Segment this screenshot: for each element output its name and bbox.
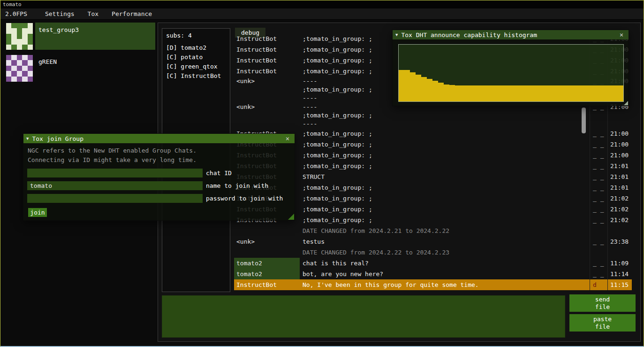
histogram-bar xyxy=(466,85,472,101)
chat-row-time: 21:02 xyxy=(607,193,632,204)
chat-row-text: ;tomato_in_group: ; xyxy=(300,161,581,171)
chat-row-author: InstructBot xyxy=(234,279,300,290)
menu-bar: 2.0FPS SettingsToxPerformance xyxy=(0,8,644,20)
histogram-bar xyxy=(516,85,522,101)
app-window: tomato 2.0FPS SettingsToxPerformance tes… xyxy=(0,0,644,347)
chat-row-flags: _ _ xyxy=(590,102,607,128)
chat-row-text: ;tomato_in_group: ; xyxy=(300,193,581,204)
group-name: test_group3 xyxy=(38,26,79,50)
resize-grip-icon[interactable] xyxy=(288,214,294,220)
chat-row-flags: _ _ xyxy=(590,139,607,150)
chat-row-author: <unk> xyxy=(234,77,300,102)
chat-row-gap xyxy=(581,182,590,193)
histogram-plot[interactable] xyxy=(398,44,624,102)
chat-row-flags: _ _ xyxy=(590,128,607,139)
paste-file-button[interactable]: paste file xyxy=(569,314,636,332)
chat-row-gap xyxy=(581,171,590,182)
chat-row-time: 11:15 xyxy=(607,279,632,290)
chat-row[interactable]: DATE CHANGED from 2024.2.22 to 2024.2.23 xyxy=(234,247,632,258)
resize-grip-icon[interactable] xyxy=(624,101,628,105)
histogram-bar xyxy=(416,75,421,101)
member-item[interactable]: [C] InstructBot xyxy=(162,71,230,81)
chat-row-time: 21:01 xyxy=(607,161,632,171)
chat-row-flags xyxy=(590,225,607,236)
field-label: chat ID xyxy=(206,170,232,177)
chat-row-time xyxy=(607,247,632,258)
chat-row[interactable]: tomato2bot, are you new here?_ _11:14 xyxy=(234,269,632,279)
histogram-bar xyxy=(444,85,449,101)
menu-item-settings[interactable]: Settings xyxy=(38,8,81,20)
chat-row-time: 11:09 xyxy=(607,258,632,269)
menu-item-tox[interactable]: Tox xyxy=(81,8,105,20)
histogram-bar xyxy=(505,85,511,101)
group-avatar xyxy=(6,23,33,50)
join-group-window: ▼ Tox join Group × NGC refers to the New… xyxy=(23,133,295,221)
histogram-bar xyxy=(573,85,578,101)
join-field-row: chat ID xyxy=(27,168,291,177)
member-item[interactable]: [C] potato xyxy=(162,53,230,62)
join-description-line1: NGC refers to the New DHT enabled Group … xyxy=(23,143,295,155)
chat-row-flags: _ _ xyxy=(590,215,607,225)
histogram-bar xyxy=(533,85,539,101)
chat-row-gap xyxy=(581,247,590,258)
chat-row-text: bot, are you new here? xyxy=(300,269,581,279)
join-password-input[interactable] xyxy=(27,194,203,203)
collapse-arrow-icon[interactable]: ▼ xyxy=(395,32,398,37)
window-titlebar[interactable]: tomato xyxy=(0,0,644,8)
chat-row-time: 21:02 xyxy=(607,215,632,225)
chat-row-gap xyxy=(581,161,590,171)
collapse-arrow-icon[interactable]: ▼ xyxy=(26,136,29,141)
join-button[interactable]: join xyxy=(28,208,47,217)
histogram-bar xyxy=(561,85,567,101)
chat-row-gap xyxy=(581,269,590,279)
chat-row-flags: d xyxy=(590,279,607,290)
chat-row-author: InstructBot xyxy=(234,33,300,44)
group-item-test_group3[interactable]: test_group3 xyxy=(4,23,155,50)
histogram-bar xyxy=(432,81,438,101)
close-icon[interactable]: × xyxy=(617,31,626,39)
field-label: name to join with xyxy=(206,182,268,189)
chat-row-time xyxy=(607,225,632,236)
group-item-gREEN[interactable]: gREEN xyxy=(4,54,155,82)
group-avatar xyxy=(6,55,33,82)
chat-row-text: ---- ;tomato_in_group: ; ---- xyxy=(300,102,581,128)
histogram-bar xyxy=(601,85,606,101)
chat-row-flags: _ _ xyxy=(590,182,607,193)
chat-row-text: ;tomato_in_group: ; xyxy=(300,150,581,161)
chat-row-text: testus xyxy=(300,236,581,247)
chat-row-author xyxy=(234,247,300,258)
chat-row-flags: _ _ xyxy=(590,171,607,182)
chat-row[interactable]: <unk>---- ;tomato_in_group: ; ----_ _21:… xyxy=(234,102,632,128)
chat-row[interactable]: tomato2chat is this real?_ _11:09 xyxy=(234,258,632,269)
histogram-bar xyxy=(584,85,590,101)
chat-row-text: DATE CHANGED from 2024.2.21 to 2024.2.22 xyxy=(300,225,581,236)
chat-row[interactable]: DATE CHANGED from 2024.2.21 to 2024.2.22 xyxy=(234,225,632,236)
chat-row-time: 21:01 xyxy=(607,182,632,193)
member-item[interactable]: [C] green_qtox xyxy=(162,62,230,71)
menu-item-performance[interactable]: Performance xyxy=(105,8,159,20)
chat-row[interactable]: InstructBotNo, I've been in this group f… xyxy=(234,279,632,290)
chat-row-gap xyxy=(581,225,590,236)
chat-row-time: 11:14 xyxy=(607,269,632,279)
chat-row-flags: _ _ xyxy=(590,269,607,279)
histogram-bar xyxy=(421,77,427,101)
join-name-input[interactable] xyxy=(27,181,203,190)
join-window-titlebar[interactable]: ▼ Tox join Group × xyxy=(23,134,295,143)
chat-row[interactable]: <unk>testus_ _23:38 xyxy=(234,236,632,247)
join-field-row: name to join with xyxy=(27,181,291,190)
send-file-button[interactable]: send file xyxy=(569,294,636,312)
histogram-bar xyxy=(494,85,500,101)
chat-row-gap xyxy=(581,236,590,247)
close-icon[interactable]: × xyxy=(283,135,292,142)
group-name: gREEN xyxy=(38,58,57,82)
histogram-bar xyxy=(427,79,432,101)
chat-scrollbar-thumb[interactable] xyxy=(582,108,586,133)
histogram-bar xyxy=(578,85,584,101)
chat-row-text: ;tomato_in_group: ; xyxy=(300,182,581,193)
message-input[interactable] xyxy=(162,295,565,338)
histogram-bar xyxy=(550,85,556,101)
histogram-window-titlebar[interactable]: ▼ Tox DHT announce capability histogram … xyxy=(393,30,629,39)
chat-id-input[interactable] xyxy=(27,169,203,177)
member-item[interactable]: [D] tomato2 xyxy=(162,43,230,53)
histogram-bar xyxy=(461,85,466,101)
